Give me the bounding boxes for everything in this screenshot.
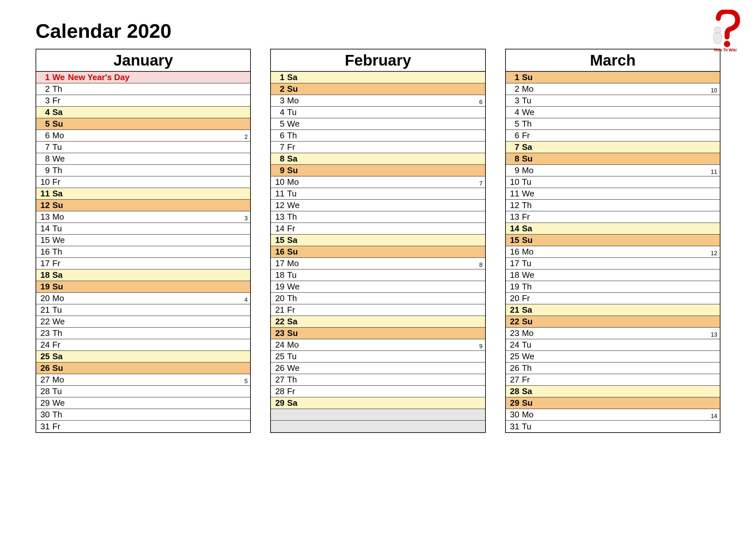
svg-point-2 bbox=[714, 27, 721, 33]
day-row: 28Sa bbox=[506, 386, 720, 397]
day-row: 23Th bbox=[36, 328, 250, 339]
day-number: 15 bbox=[509, 235, 522, 245]
day-number: 11 bbox=[40, 189, 52, 199]
day-number: 18 bbox=[509, 270, 522, 280]
day-number: 28 bbox=[40, 386, 52, 396]
month-header: February bbox=[271, 49, 485, 72]
day-weekday: Sa bbox=[522, 142, 537, 152]
day-number: 11 bbox=[274, 189, 287, 199]
day-row: 21Sa bbox=[506, 304, 720, 316]
day-weekday: Th bbox=[287, 131, 303, 140]
week-number: 14 bbox=[711, 413, 717, 420]
day-number: 23 bbox=[509, 328, 522, 338]
day-row: 12Th bbox=[506, 200, 720, 211]
day-number: 27 bbox=[40, 375, 52, 385]
day-weekday: Th bbox=[52, 165, 68, 175]
day-number: 3 bbox=[40, 96, 52, 106]
day-weekday: Fr bbox=[287, 386, 303, 396]
day-row: 5Su bbox=[36, 118, 250, 130]
day-number: 21 bbox=[274, 305, 287, 315]
day-number: 19 bbox=[509, 282, 522, 292]
day-number: 6 bbox=[274, 131, 287, 140]
day-number: 24 bbox=[274, 340, 287, 350]
day-number: 8 bbox=[274, 154, 287, 164]
day-row: 31Tu bbox=[506, 420, 720, 432]
day-weekday: We bbox=[52, 72, 68, 82]
day-row: 22Sa bbox=[271, 316, 485, 328]
day-weekday: Mo bbox=[287, 177, 303, 187]
day-weekday: Mo bbox=[522, 247, 537, 257]
day-row: 2Th bbox=[36, 83, 250, 95]
day-number: 14 bbox=[40, 223, 52, 234]
day-row: 21Tu bbox=[36, 304, 250, 316]
day-row: 21Fr bbox=[271, 304, 485, 316]
day-row: 16Th bbox=[36, 246, 250, 258]
day-weekday: Th bbox=[52, 84, 68, 94]
day-weekday: Su bbox=[522, 317, 537, 327]
day-number: 20 bbox=[509, 293, 522, 303]
week-number: 3 bbox=[244, 215, 248, 222]
day-number: 31 bbox=[40, 421, 52, 432]
day-number: 7 bbox=[274, 142, 287, 152]
day-number: 18 bbox=[40, 270, 52, 280]
day-row: 8We bbox=[36, 153, 250, 165]
day-weekday: Th bbox=[522, 363, 537, 373]
day-number: 7 bbox=[509, 142, 522, 152]
day-row: 26Th bbox=[506, 363, 720, 374]
day-number: 16 bbox=[274, 247, 287, 257]
week-number: 11 bbox=[711, 169, 717, 176]
day-number: 14 bbox=[274, 223, 287, 234]
day-weekday: We bbox=[522, 351, 537, 362]
day-number: 4 bbox=[509, 107, 522, 117]
day-number: 9 bbox=[40, 165, 52, 175]
day-weekday: Fr bbox=[52, 177, 68, 187]
week-number: 12 bbox=[711, 250, 717, 258]
day-number: 1 bbox=[40, 72, 52, 82]
day-weekday: We bbox=[522, 270, 537, 280]
day-weekday: We bbox=[52, 154, 68, 164]
day-row: 15Su bbox=[506, 235, 720, 246]
day-row: 25We bbox=[506, 351, 720, 363]
day-weekday: Mo bbox=[52, 131, 68, 140]
day-number: 2 bbox=[40, 84, 52, 94]
day-row: 14Fr bbox=[271, 223, 485, 235]
day-weekday: Su bbox=[52, 119, 68, 129]
day-row: 13Th bbox=[271, 211, 485, 223]
day-row: 20Th bbox=[271, 293, 485, 304]
day-number: 19 bbox=[40, 282, 52, 292]
day-row: 8Su bbox=[506, 153, 720, 165]
day-row: 2Mo10 bbox=[506, 83, 720, 95]
day-weekday: Su bbox=[522, 235, 537, 245]
day-weekday: Mo bbox=[522, 328, 537, 338]
day-number: 11 bbox=[509, 189, 522, 199]
day-number: 26 bbox=[40, 363, 52, 373]
day-number: 28 bbox=[274, 386, 287, 396]
day-row: 25Tu bbox=[271, 351, 485, 363]
day-row: 1WeNew Year's Day bbox=[36, 72, 250, 83]
week-number: 4 bbox=[244, 296, 248, 304]
day-row: 6Th bbox=[271, 130, 485, 141]
day-weekday: Sa bbox=[522, 223, 537, 234]
day-row: 20Fr bbox=[506, 293, 720, 304]
day-weekday: We bbox=[287, 363, 303, 373]
day-number: 13 bbox=[509, 212, 522, 222]
day-number: 16 bbox=[509, 247, 522, 257]
day-weekday: Tu bbox=[287, 189, 303, 199]
month-header: January bbox=[36, 49, 250, 72]
day-number: 23 bbox=[40, 328, 52, 338]
day-row: 11Sa bbox=[36, 188, 250, 200]
day-weekday: Mo bbox=[52, 293, 68, 303]
day-row: 23Su bbox=[271, 328, 485, 339]
day-weekday: Sa bbox=[522, 305, 537, 315]
day-weekday: Fr bbox=[52, 421, 68, 432]
day-row: 3Tu bbox=[506, 95, 720, 107]
day-weekday: Fr bbox=[52, 96, 68, 106]
day-number: 21 bbox=[40, 305, 52, 315]
day-weekday: Th bbox=[52, 410, 68, 420]
day-weekday: Th bbox=[287, 293, 303, 303]
month-january: January1WeNew Year's Day2Th3Fr4Sa5Su6Mo2… bbox=[36, 49, 251, 433]
day-weekday: Sa bbox=[287, 235, 303, 245]
day-weekday: Th bbox=[287, 212, 303, 222]
day-row: 19Th bbox=[506, 281, 720, 293]
day-weekday: Sa bbox=[52, 270, 68, 280]
